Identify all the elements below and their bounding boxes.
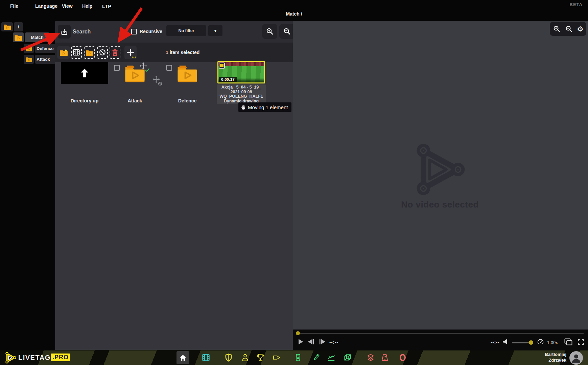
zoom-out-icon	[283, 27, 291, 35]
arrow-up-icon	[78, 67, 91, 79]
video-player-panel: ⚙ No video selected	[293, 21, 588, 350]
attack-checkbox[interactable]	[114, 65, 120, 71]
menu-file[interactable]: File	[10, 3, 18, 9]
nav-players-person-icon[interactable]	[241, 353, 250, 362]
next-frame-button[interactable]	[319, 339, 326, 345]
checkbox-checked-fill	[220, 64, 224, 67]
tree-match-label: Match	[31, 35, 44, 40]
block-icon	[158, 81, 162, 86]
move-selected-button[interactable]	[124, 46, 137, 59]
nav-stats-chart-icon[interactable]	[327, 353, 336, 362]
nav-home-active[interactable]	[177, 351, 189, 364]
nav-competitions-trophy-icon[interactable]	[256, 353, 265, 362]
grab-hand-icon	[241, 105, 246, 110]
tree-item-attack[interactable]: Attack	[35, 55, 55, 64]
nav-tags-pennant-icon[interactable]	[272, 353, 281, 362]
attack-folder-icon[interactable]	[124, 64, 145, 82]
video-item-label: Akcja _5_04 - 5_19_ 2021-09-08 WQ_POLENG…	[217, 84, 266, 104]
defence-folder-icon[interactable]	[177, 64, 198, 82]
user-first-name: Bartłomiej	[545, 352, 566, 357]
volume-slider[interactable]	[512, 342, 531, 343]
thumbnail-crowd-band	[218, 62, 264, 66]
grid-zoom-in-button[interactable]	[262, 24, 277, 39]
tree-item-root[interactable]: /	[14, 22, 23, 31]
previous-frame-button[interactable]	[308, 339, 314, 345]
nav-notes-icon[interactable]	[293, 353, 302, 362]
moving-tooltip: Moving 1 element	[238, 102, 291, 112]
delete-selected-button[interactable]	[110, 46, 120, 59]
tree-root-label: /	[18, 24, 19, 29]
gear-icon[interactable]: ⚙	[577, 25, 584, 32]
filter-dropdown-button[interactable]: ▼	[208, 25, 222, 36]
menu-help[interactable]: Help	[82, 3, 92, 9]
folder-icon	[25, 56, 32, 62]
nav-draw-pen-icon[interactable]	[312, 353, 321, 362]
check-icon	[145, 68, 149, 72]
nav-layers-icon[interactable]	[366, 353, 375, 362]
tree-attack-icon-box[interactable]	[24, 55, 34, 64]
menu-language[interactable]: Language	[35, 3, 57, 9]
recursive-label: Recursive	[140, 29, 162, 34]
selection-status: 1 item selected	[166, 43, 199, 62]
import-button[interactable]	[58, 25, 71, 39]
volume-handle[interactable]	[529, 340, 533, 345]
folder-icon	[3, 24, 11, 30]
picture-in-picture-icon[interactable]	[564, 338, 572, 345]
play-button[interactable]	[298, 339, 303, 345]
file-browser-panel: Recursive No filter ▼	[55, 21, 293, 350]
bottom-toolbar: LIVETAG .PRO	[0, 350, 588, 365]
menu-bar: File Language View Help LTP BETA Match /	[0, 0, 588, 21]
tree-root-icon-box[interactable]	[1, 22, 13, 31]
user-avatar[interactable]	[569, 351, 583, 365]
seek-bar[interactable]	[297, 333, 584, 334]
seek-handle[interactable]	[296, 331, 300, 335]
no-video-message: No video selected	[382, 199, 497, 210]
user-last-name: Zdrzałek	[548, 358, 566, 363]
directory-up-tile[interactable]	[61, 62, 108, 84]
avatar-person-icon	[570, 352, 582, 364]
video-checkbox[interactable]	[219, 63, 225, 69]
search-strip: Recursive No filter ▼	[55, 21, 293, 43]
defence-folder-label: Defence	[167, 98, 208, 103]
deselect-button[interactable]	[97, 46, 108, 59]
zoom-in-icon[interactable]	[553, 25, 561, 33]
defence-checkbox[interactable]	[166, 65, 172, 71]
nav-teams-shield-icon[interactable]	[224, 353, 233, 362]
block-icon	[99, 49, 106, 56]
volume-icon[interactable]	[502, 339, 508, 345]
recursive-checkbox[interactable]	[131, 29, 137, 34]
select-folders-button[interactable]	[84, 46, 95, 59]
zoom-out-icon[interactable]	[565, 25, 573, 33]
tree-match-icon-box[interactable]	[13, 32, 24, 42]
nav-heatmap-zone-icon[interactable]	[380, 353, 389, 362]
speed-value: 1.00x	[547, 340, 558, 345]
download-icon	[61, 28, 68, 35]
cancel-move-button[interactable]	[150, 73, 162, 86]
nav-videos-film-icon[interactable]	[202, 353, 210, 362]
zoom-in-icon	[266, 27, 274, 35]
tree-item-defence[interactable]: Defence	[35, 44, 55, 53]
folder-tree: / Match Defence	[0, 21, 55, 350]
nav-3d-cube-icon[interactable]	[343, 353, 352, 362]
playback-speed-icon[interactable]	[537, 339, 544, 345]
folder-icon	[86, 49, 93, 56]
trash-icon	[112, 49, 118, 56]
tree-item-match[interactable]: Match	[25, 32, 49, 42]
beta-badge: BETA	[570, 2, 583, 7]
select-videos-button[interactable]	[71, 46, 82, 59]
nav-record-icon[interactable]	[398, 353, 407, 362]
film-icon	[73, 49, 80, 56]
fullscreen-icon[interactable]	[578, 339, 584, 345]
tree-defence-icon-box[interactable]	[24, 44, 34, 53]
menu-view[interactable]: View	[62, 3, 73, 9]
brand-name: LIVETAG	[18, 354, 51, 362]
new-folder-button[interactable]	[57, 46, 70, 59]
grid-zoom-out-button[interactable]	[279, 24, 295, 39]
search-input[interactable]	[73, 27, 123, 36]
tree-defence-label: Defence	[37, 46, 54, 51]
toolbar-divider	[122, 47, 122, 58]
brand-suffix-badge: .PRO	[51, 354, 70, 361]
video-duration-badge: 0:00:17	[219, 77, 237, 82]
filter-select[interactable]: No filter	[166, 25, 206, 36]
menu-ltp[interactable]: LTP	[102, 3, 111, 9]
